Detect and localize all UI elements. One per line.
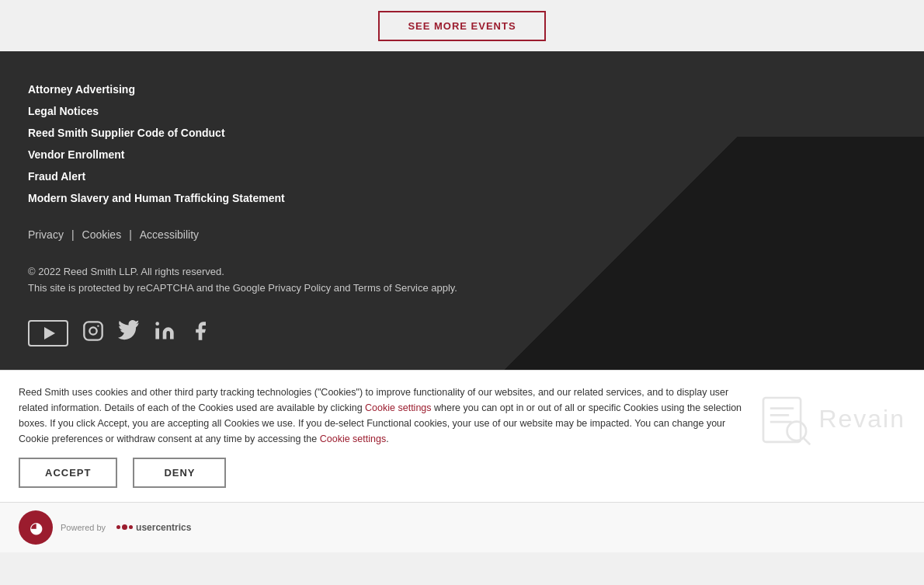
accessibility-link[interactable]: Accessibility: [140, 228, 199, 241]
svg-rect-5: [763, 398, 801, 442]
cookie-text-part3: .: [386, 434, 388, 444]
svg-rect-0: [84, 322, 102, 340]
svg-point-4: [155, 322, 159, 326]
svg-rect-6: [770, 407, 794, 409]
facebook-icon: [189, 320, 211, 342]
cookie-banner-row: Reed Smith uses cookies and other third …: [19, 385, 905, 488]
footer: Attorney Advertising Legal Notices Reed …: [0, 51, 924, 370]
list-item: Reed Smith Supplier Code of Conduct: [28, 126, 896, 140]
revain-logo: Revain: [758, 392, 905, 447]
footer-copyright: © 2022 Reed Smith LLP. All rights reserv…: [28, 264, 896, 297]
cookie-bottom-bar: ◕ Powered by usercentrics: [0, 502, 924, 552]
revain-icon: [758, 392, 812, 447]
svg-point-2: [97, 325, 99, 326]
footer-nav-list: Attorney Advertising Legal Notices Reed …: [28, 82, 896, 205]
svg-point-1: [89, 327, 96, 334]
linkedin-icon: [154, 320, 175, 342]
copyright-line2: This site is protected by reCAPTCHA and …: [28, 280, 896, 297]
accept-button[interactable]: ACCEPT: [19, 458, 117, 488]
cookie-banner-main: Reed Smith uses cookies and other third …: [19, 385, 742, 488]
fraud-alert-link[interactable]: Fraud Alert: [28, 170, 85, 183]
cookie-settings-link-1[interactable]: Cookie settings: [365, 402, 431, 413]
svg-rect-7: [770, 414, 790, 416]
list-item: Vendor Enrollment: [28, 148, 896, 162]
deny-button[interactable]: DENY: [133, 458, 226, 488]
fingerprint-button[interactable]: ◕: [19, 510, 53, 545]
cookies-link[interactable]: Cookies: [82, 228, 122, 241]
top-section: SEE MORE EVENTS: [0, 0, 924, 51]
cookie-settings-link-2[interactable]: Cookie settings: [320, 434, 386, 444]
twitter-link[interactable]: [118, 320, 140, 346]
usercentrics-dots: [116, 524, 133, 530]
footer-secondary-links: Privacy | Cookies | Accessibility: [28, 228, 896, 241]
divider: |: [129, 228, 132, 241]
usercentrics-logo: usercentrics: [116, 522, 191, 533]
facebook-link[interactable]: [189, 320, 211, 346]
uc-dot-3: [129, 525, 133, 529]
svg-rect-3: [155, 328, 159, 339]
see-more-events-button[interactable]: SEE MORE EVENTS: [378, 11, 545, 41]
fingerprint-icon: ◕: [30, 518, 43, 537]
instagram-link[interactable]: [82, 320, 104, 346]
revain-text: Revain: [818, 405, 905, 434]
modern-slavery-link[interactable]: Modern Slavery and Human Trafficking Sta…: [28, 192, 285, 204]
list-item: Legal Notices: [28, 104, 896, 118]
attorney-advertising-link[interactable]: Attorney Advertising: [28, 83, 135, 96]
list-item: Fraud Alert: [28, 169, 896, 183]
cookie-banner: Reed Smith uses cookies and other third …: [0, 370, 924, 502]
privacy-link[interactable]: Privacy: [28, 228, 64, 241]
svg-rect-8: [770, 420, 792, 423]
cookie-banner-actions: ACCEPT DENY: [19, 458, 742, 488]
uc-dot-1: [116, 525, 120, 529]
social-icons-row: [28, 320, 896, 346]
youtube-link[interactable]: [28, 320, 68, 346]
supplier-code-link[interactable]: Reed Smith Supplier Code of Conduct: [28, 127, 225, 139]
vendor-enrollment-link[interactable]: Vendor Enrollment: [28, 148, 124, 161]
uc-dot-2: [122, 524, 127, 530]
cookie-banner-text: Reed Smith uses cookies and other third …: [19, 385, 742, 447]
svg-line-10: [804, 437, 810, 444]
list-item: Modern Slavery and Human Trafficking Sta…: [28, 191, 896, 205]
twitter-icon: [118, 320, 140, 342]
linkedin-link[interactable]: [154, 320, 175, 346]
copyright-line1: © 2022 Reed Smith LLP. All rights reserv…: [28, 264, 896, 280]
youtube-icon: [28, 320, 68, 346]
instagram-icon: [82, 320, 104, 342]
legal-notices-link[interactable]: Legal Notices: [28, 105, 99, 117]
powered-by-label: Powered by: [61, 523, 106, 532]
divider: |: [71, 228, 75, 241]
list-item: Attorney Advertising: [28, 82, 896, 96]
usercentrics-text: usercentrics: [136, 522, 191, 533]
